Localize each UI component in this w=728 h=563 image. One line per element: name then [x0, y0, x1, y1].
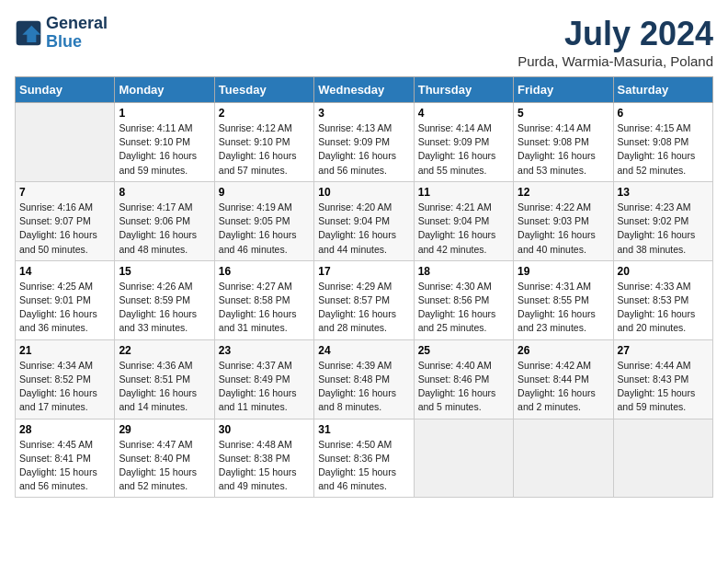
day-info: Sunrise: 4:12 AMSunset: 9:10 PMDaylight:…: [219, 121, 310, 178]
day-info: Sunrise: 4:27 AMSunset: 8:58 PMDaylight:…: [219, 280, 310, 336]
calendar-cell: 20Sunrise: 4:33 AMSunset: 8:53 PMDayligh…: [613, 260, 712, 339]
day-info: Sunrise: 4:42 AMSunset: 8:44 PMDaylight:…: [518, 359, 609, 415]
calendar-cell: 11Sunrise: 4:21 AMSunset: 9:04 PMDayligh…: [414, 181, 513, 260]
day-info: Sunrise: 4:40 AMSunset: 8:46 PMDaylight:…: [418, 359, 509, 415]
day-info: Sunrise: 4:39 AMSunset: 8:48 PMDaylight:…: [318, 359, 409, 415]
logo: General Blue: [15, 15, 108, 52]
calendar-cell: 17Sunrise: 4:29 AMSunset: 8:57 PMDayligh…: [314, 260, 414, 339]
day-info: Sunrise: 4:29 AMSunset: 8:57 PMDaylight:…: [318, 280, 409, 336]
calendar-cell: [514, 419, 613, 498]
column-header-tuesday: Tuesday: [214, 77, 313, 103]
calendar-cell: 3Sunrise: 4:13 AMSunset: 9:09 PMDaylight…: [314, 103, 414, 182]
day-number: 25: [418, 344, 509, 357]
day-number: 5: [518, 107, 609, 120]
calendar-week-3: 14Sunrise: 4:25 AMSunset: 9:01 PMDayligh…: [16, 260, 713, 339]
day-info: Sunrise: 4:31 AMSunset: 8:55 PMDaylight:…: [518, 280, 609, 336]
day-info: Sunrise: 4:45 AMSunset: 8:41 PMDaylight:…: [19, 438, 110, 494]
calendar-cell: 2Sunrise: 4:12 AMSunset: 9:10 PMDaylight…: [214, 103, 313, 182]
calendar-cell: 10Sunrise: 4:20 AMSunset: 9:04 PMDayligh…: [314, 181, 414, 260]
column-header-saturday: Saturday: [613, 77, 712, 103]
title-section: July 2024 Purda, Warmia-Masuria, Poland: [518, 15, 713, 69]
calendar-cell: 24Sunrise: 4:39 AMSunset: 8:48 PMDayligh…: [314, 339, 414, 419]
day-number: 28: [19, 423, 110, 436]
column-header-wednesday: Wednesday: [314, 77, 414, 103]
calendar-week-5: 28Sunrise: 4:45 AMSunset: 8:41 PMDayligh…: [16, 419, 713, 498]
day-number: 6: [618, 107, 709, 120]
logo-text: General Blue: [46, 15, 108, 52]
calendar-cell: 16Sunrise: 4:27 AMSunset: 8:58 PMDayligh…: [214, 260, 313, 339]
calendar-cell: 14Sunrise: 4:25 AMSunset: 9:01 PMDayligh…: [16, 260, 115, 339]
calendar-cell: 6Sunrise: 4:15 AMSunset: 9:08 PMDaylight…: [613, 103, 712, 182]
calendar-cell: 23Sunrise: 4:37 AMSunset: 8:49 PMDayligh…: [214, 339, 313, 419]
calendar-cell: [613, 419, 712, 498]
day-number: 10: [318, 186, 409, 199]
calendar-cell: 18Sunrise: 4:30 AMSunset: 8:56 PMDayligh…: [414, 260, 513, 339]
calendar-cell: 29Sunrise: 4:47 AMSunset: 8:40 PMDayligh…: [115, 419, 214, 498]
day-number: 31: [318, 423, 409, 436]
day-info: Sunrise: 4:21 AMSunset: 9:04 PMDaylight:…: [418, 201, 509, 257]
calendar-header-row: SundayMondayTuesdayWednesdayThursdayFrid…: [16, 77, 713, 103]
calendar-cell: 15Sunrise: 4:26 AMSunset: 8:59 PMDayligh…: [115, 260, 214, 339]
day-number: 17: [318, 265, 409, 278]
column-header-thursday: Thursday: [414, 77, 513, 103]
day-info: Sunrise: 4:22 AMSunset: 9:03 PMDaylight:…: [518, 201, 609, 257]
day-number: 20: [618, 265, 709, 278]
day-info: Sunrise: 4:44 AMSunset: 8:43 PMDaylight:…: [618, 359, 709, 415]
calendar-cell: 1Sunrise: 4:11 AMSunset: 9:10 PMDaylight…: [115, 103, 214, 182]
column-header-sunday: Sunday: [16, 77, 115, 103]
calendar-table: SundayMondayTuesdayWednesdayThursdayFrid…: [15, 76, 713, 498]
day-info: Sunrise: 4:17 AMSunset: 9:06 PMDaylight:…: [119, 201, 210, 257]
day-number: 15: [119, 265, 210, 278]
day-info: Sunrise: 4:20 AMSunset: 9:04 PMDaylight:…: [318, 201, 409, 257]
calendar-cell: 7Sunrise: 4:16 AMSunset: 9:07 PMDaylight…: [16, 181, 115, 260]
day-info: Sunrise: 4:19 AMSunset: 9:05 PMDaylight:…: [219, 201, 310, 257]
day-info: Sunrise: 4:34 AMSunset: 8:52 PMDaylight:…: [19, 359, 110, 415]
logo-icon: [15, 19, 42, 47]
calendar-cell: 31Sunrise: 4:50 AMSunset: 8:36 PMDayligh…: [314, 419, 414, 498]
calendar-week-4: 21Sunrise: 4:34 AMSunset: 8:52 PMDayligh…: [16, 339, 713, 419]
calendar-cell: 8Sunrise: 4:17 AMSunset: 9:06 PMDaylight…: [115, 181, 214, 260]
day-number: 11: [418, 186, 509, 199]
calendar-cell: 5Sunrise: 4:14 AMSunset: 9:08 PMDaylight…: [514, 103, 613, 182]
day-info: Sunrise: 4:23 AMSunset: 9:02 PMDaylight:…: [618, 201, 709, 257]
day-number: 22: [119, 344, 210, 357]
day-number: 1: [119, 107, 210, 120]
calendar-cell: 26Sunrise: 4:42 AMSunset: 8:44 PMDayligh…: [514, 339, 613, 419]
day-info: Sunrise: 4:37 AMSunset: 8:49 PMDaylight:…: [219, 359, 310, 415]
day-number: 13: [618, 186, 709, 199]
day-number: 14: [19, 265, 110, 278]
calendar-subtitle: Purda, Warmia-Masuria, Poland: [518, 53, 713, 69]
day-info: Sunrise: 4:25 AMSunset: 9:01 PMDaylight:…: [19, 280, 110, 336]
day-info: Sunrise: 4:26 AMSunset: 8:59 PMDaylight:…: [119, 280, 210, 336]
day-number: 26: [518, 344, 609, 357]
day-number: 24: [318, 344, 409, 357]
calendar-cell: [16, 103, 115, 182]
calendar-title: July 2024: [518, 15, 713, 53]
calendar-cell: 4Sunrise: 4:14 AMSunset: 9:09 PMDaylight…: [414, 103, 513, 182]
day-number: 30: [219, 423, 310, 436]
day-info: Sunrise: 4:14 AMSunset: 9:09 PMDaylight:…: [418, 121, 509, 178]
calendar-cell: [414, 419, 513, 498]
day-number: 27: [618, 344, 709, 357]
day-info: Sunrise: 4:15 AMSunset: 9:08 PMDaylight:…: [618, 121, 709, 178]
calendar-cell: 27Sunrise: 4:44 AMSunset: 8:43 PMDayligh…: [613, 339, 712, 419]
calendar-week-2: 7Sunrise: 4:16 AMSunset: 9:07 PMDaylight…: [16, 181, 713, 260]
day-info: Sunrise: 4:14 AMSunset: 9:08 PMDaylight:…: [518, 121, 609, 178]
day-number: 12: [518, 186, 609, 199]
day-number: 23: [219, 344, 310, 357]
day-number: 21: [19, 344, 110, 357]
day-info: Sunrise: 4:33 AMSunset: 8:53 PMDaylight:…: [618, 280, 709, 336]
day-info: Sunrise: 4:13 AMSunset: 9:09 PMDaylight:…: [318, 121, 409, 178]
calendar-cell: 12Sunrise: 4:22 AMSunset: 9:03 PMDayligh…: [514, 181, 613, 260]
page-header: General Blue July 2024 Purda, Warmia-Mas…: [15, 15, 713, 69]
calendar-cell: 21Sunrise: 4:34 AMSunset: 8:52 PMDayligh…: [16, 339, 115, 419]
column-header-friday: Friday: [514, 77, 613, 103]
day-number: 9: [219, 186, 310, 199]
day-number: 19: [518, 265, 609, 278]
day-number: 3: [318, 107, 409, 120]
calendar-cell: 28Sunrise: 4:45 AMSunset: 8:41 PMDayligh…: [16, 419, 115, 498]
day-info: Sunrise: 4:48 AMSunset: 8:38 PMDaylight:…: [219, 438, 310, 494]
day-info: Sunrise: 4:11 AMSunset: 9:10 PMDaylight:…: [119, 121, 210, 178]
calendar-body: 1Sunrise: 4:11 AMSunset: 9:10 PMDaylight…: [16, 103, 713, 498]
day-number: 16: [219, 265, 310, 278]
